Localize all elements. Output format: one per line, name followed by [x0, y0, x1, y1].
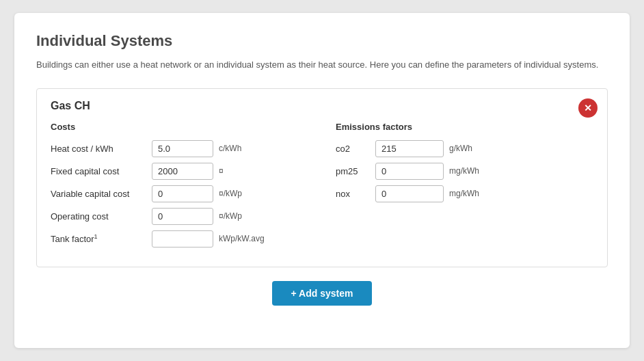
heat-cost-input[interactable]	[152, 140, 213, 157]
nox-input[interactable]	[375, 185, 444, 202]
fixed-capital-input[interactable]	[152, 163, 213, 180]
variable-capital-unit: ¤/kWp	[219, 189, 242, 198]
costs-section-title: Costs	[51, 122, 308, 132]
field-row-co2: co2 g/kWh	[336, 140, 593, 157]
add-system-button[interactable]: + Add system	[272, 281, 373, 306]
field-row-pm25: pm25 mg/kWh	[336, 163, 593, 180]
page-description: Buildings can either use a heat network …	[36, 58, 608, 72]
close-button[interactable]: ✕	[578, 98, 598, 118]
pm25-label: pm25	[336, 166, 370, 176]
page-title: Individual Systems	[36, 32, 608, 50]
emissions-section-title: Emissions factors	[336, 122, 593, 132]
pm25-input[interactable]	[375, 163, 444, 180]
field-row-operating-cost: Operating cost ¤/kWp	[51, 208, 308, 225]
fixed-capital-label: Fixed capital cost	[51, 166, 146, 176]
co2-unit: g/kWh	[449, 144, 472, 153]
variable-capital-input[interactable]	[152, 185, 213, 202]
field-row-fixed-capital: Fixed capital cost ¤	[51, 163, 308, 180]
costs-section: Costs Heat cost / kWh c/kWh Fixed capita…	[51, 122, 308, 253]
field-row-tank-factor: Tank factor1 kWp/kW.avg	[51, 230, 308, 248]
tank-factor-label: Tank factor1	[51, 233, 146, 244]
nox-label: nox	[336, 189, 370, 199]
heat-cost-label: Heat cost / kWh	[51, 144, 146, 154]
fixed-capital-unit: ¤	[219, 166, 224, 176]
sections-row: Costs Heat cost / kWh c/kWh Fixed capita…	[51, 122, 593, 253]
operating-cost-input[interactable]	[152, 208, 213, 225]
field-row-variable-capital: Variable capital cost ¤/kWp	[51, 185, 308, 202]
add-button-row: + Add system	[36, 281, 608, 306]
field-row-heat-cost: Heat cost / kWh c/kWh	[51, 140, 308, 157]
pm25-unit: mg/kWh	[449, 166, 479, 176]
operating-cost-unit: ¤/kWp	[219, 211, 242, 221]
nox-unit: mg/kWh	[449, 189, 479, 198]
system-title: Gas CH	[51, 100, 593, 112]
system-block: Gas CH ✕ Costs Heat cost / kWh c/kWh Fix…	[36, 88, 608, 267]
variable-capital-label: Variable capital cost	[51, 189, 146, 199]
main-card: Individual Systems Buildings can either …	[14, 13, 630, 348]
heat-cost-unit: c/kWh	[219, 144, 241, 153]
field-row-nox: nox mg/kWh	[336, 185, 593, 202]
operating-cost-label: Operating cost	[51, 211, 146, 222]
tank-factor-unit: kWp/kW.avg	[219, 234, 265, 243]
co2-label: co2	[336, 144, 370, 154]
co2-input[interactable]	[375, 140, 444, 157]
tank-factor-input[interactable]	[152, 230, 213, 248]
emissions-section: Emissions factors co2 g/kWh pm25 mg/kWh …	[336, 122, 593, 253]
